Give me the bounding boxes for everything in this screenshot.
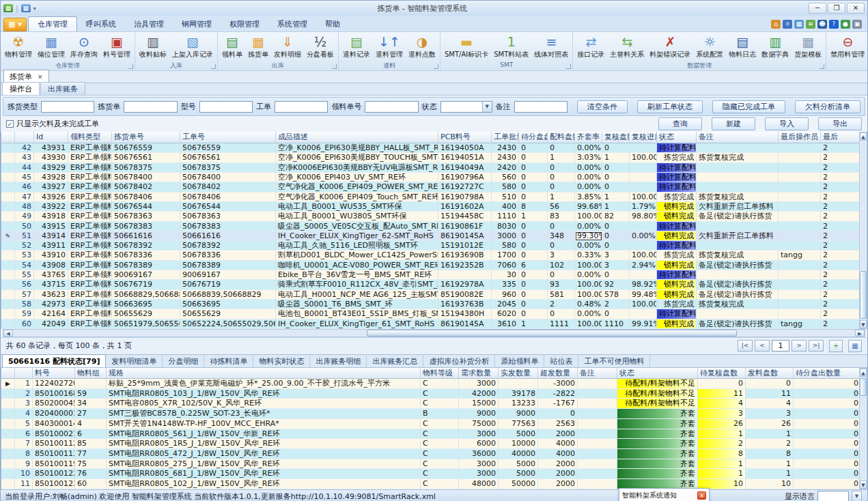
detail-tab-物料实时状态[interactable]: 物料实时状态 [253,355,310,367]
group-dialog-launcher-icon[interactable] [566,64,571,69]
detail-tab-出库账务明细[interactable]: 出库账务明细 [310,355,367,367]
table-row-2[interactable]: 285010016859SMT电阻RR0805_103_J_1/8W_150V_… [1,389,859,399]
receive-label-button[interactable]: ▥收料贴标 [137,33,169,60]
smt-station-button[interactable]: 1SMT料站表 [491,33,531,60]
table-row-45[interactable]: 4543928ERP工单领料5067840050678400空净_K0006_E… [1,173,859,182]
main-vscroll-thumb[interactable] [860,271,867,319]
material-request-button[interactable]: ▤领料单 [219,33,245,60]
column-header-复核进度[interactable]: 复核进度 [630,132,657,143]
table-row-7[interactable]: 785010011285SMT电阻RR0805_1R5_J_1/8W_150V_… [1,439,859,449]
table-row-9[interactable]: 985010011975SMT电阻RR0805_275_J_1/8W_150V_… [1,459,859,470]
detail-vscroll-thumb[interactable] [860,378,867,396]
filter-button-欠料分析清单[interactable]: 欠料分析清单 [795,100,860,113]
return-record-button[interactable]: ▤退料记录 [340,33,373,60]
first-page-button[interactable]: |< [738,340,753,352]
scroll-down-icon[interactable]: ▼ [860,481,867,489]
sub-tab-出库账务[interactable]: 出库账务 [40,82,85,95]
column-header-num[interactable] [15,368,33,379]
table-row-48[interactable]: 4843922ERP工单领料5067654450676544电动工具_B0001… [1,202,859,212]
column-header-领料类型[interactable]: 领料类型 [68,132,112,143]
page-number-input[interactable]: 1 [772,340,789,352]
filter-input-拣货单[interactable] [124,101,177,113]
table-row-11[interactable]: 1185010012360SMT电阻RR0805_102_J_1/8W_150V… [1,479,859,489]
column-header-配料盘数[interactable]: 配料盘数 [548,132,575,143]
column-header-ind[interactable] [1,132,15,143]
shelving-record-button[interactable]: ▧上架入库记录 [169,33,216,60]
menu-tab-治具管理[interactable]: 治具管理 [125,17,173,31]
menu-tab-仓库管理[interactable]: 仓库管理 [28,16,77,31]
filter-input-备注[interactable] [514,101,568,113]
users-icon[interactable]: ☻ [817,20,827,29]
column-header-复核盘数[interactable]: 复核盘数 [602,132,630,143]
main-vertical-scrollbar[interactable]: ▲ ▼ [859,132,867,329]
home-icon[interactable]: ⌂ [771,20,781,29]
column-header-物料等级[interactable]: 物料等级 [421,368,459,379]
rack-error-button[interactable]: ✗料架错误记录 [647,33,693,60]
table-row-4[interactable]: 482040000127SMT三极管BC857B_0.225W_SOT-23_长… [1,409,859,419]
column-header-ind[interactable] [1,368,15,379]
detail-tab-50661616 配料状态[79][interactable]: 50661616 配料状态[79] [2,354,106,367]
menu-tab-钢网管理[interactable]: 钢网管理 [173,17,221,31]
menu-tab-帮助[interactable]: 帮助 [316,17,349,31]
menu-tab-权限管理[interactable]: 权限管理 [221,17,268,31]
list-icon[interactable]: ≡ [806,20,815,29]
action-button-导出[interactable]: 导出 [818,117,862,130]
table-row-56[interactable]: 5643715ERP工单领料5067671950676719骑乘式割草车F001… [1,280,859,289]
table-row-5[interactable]: 58403000144SMT开关管1N4148W-TP-HF_100V_MCC_… [1,419,859,429]
materials-management-button[interactable]: ☢物料管理 [2,33,35,60]
table-row-53[interactable]: 5343910ERP工单领料5067833650678336割草机D001_BL… [1,250,859,260]
grid-icon[interactable]: ▦ [794,20,804,29]
interface-record-button[interactable]: ⇄接口记录 [574,33,607,60]
group-dialog-launcher-icon[interactable] [332,64,337,69]
detail-tab-站位表[interactable]: 站位表 [544,355,578,367]
table-row-1[interactable]: ▶1122402720标贴_25*9mm_浅黄色_伊莱克斯电磁炉_环*_25.0… [1,379,859,389]
system-config-button[interactable]: ☼系统配置 [693,33,726,60]
column-header-工单批量[interactable]: 工单批量 [492,132,519,143]
table-row-58[interactable]: 5842973ERP工单领料5066369550663695吸尘器_S0001_… [1,300,859,309]
column-header-num[interactable] [15,132,34,143]
column-header-规格[interactable]: 规格 [107,368,421,379]
return-management-button[interactable]: ↓↑退料管理 [373,33,406,60]
table-row-54[interactable]: 5443908ERP工单领料5067838950678389咖啡机_U0001_… [1,261,859,270]
last-page-button[interactable]: >| [809,340,824,352]
menu-tab-系统管理[interactable]: 系统管理 [268,17,316,31]
column-header-发料盘数[interactable]: 发料盘数 [746,368,794,379]
column-header-待分盘出数量[interactable]: 待分盘出数量 [794,368,859,379]
language-select[interactable] [817,491,849,501]
close-button[interactable]: ✕ [847,3,865,14]
file-menu-button[interactable]: ▦ ▾ [3,18,27,31]
column-header-齐套率[interactable]: 齐套率 [575,132,602,143]
table-row-42[interactable]: 4243931ERP工单领料5067655950676559空净_K0006_E… [1,143,859,153]
column-header-物料组[interactable]: 物料组 [75,368,107,379]
smt-ai-card-button[interactable]: ▬SMT/AI标识卡 [442,33,491,60]
column-header-最后[interactable]: 最后 [821,132,859,143]
table-row-8[interactable]: 885010011377SMT电阻RR0805_472_J_1/8W_150V_… [1,449,859,459]
minimize-button[interactable]: ─ [809,3,826,14]
shelf-template-button[interactable]: ▦货架模板 [792,33,824,60]
column-header-实发数量[interactable]: 实发数量 [499,368,538,379]
column-header-待分盘盘数[interactable]: 待分盘盘数 [519,132,548,143]
export-icon[interactable]: + [829,340,843,352]
prev-page-button[interactable]: < [755,340,770,352]
detail-tab-工单不可使用物料[interactable]: 工单不可使用物料 [578,355,650,367]
sub-tab-操作台[interactable]: 操作台 [2,82,40,95]
action-button-导入[interactable]: 导入 [765,117,809,130]
action-button-新建[interactable]: 新建 [712,117,755,130]
table-row-55[interactable]: 5543765ERP工单领料9006916790069167Ebike_B平台_… [1,270,859,280]
chevron-down-icon[interactable]: ▼ [482,102,492,112]
filter-button-清空条件[interactable]: 清空条件 [577,100,628,113]
column-header-拣货单号[interactable]: 拣货单号 [112,132,180,143]
column-header-超发数量[interactable]: 超发数量 [538,368,578,379]
main-hscroll-thumb[interactable] [367,330,738,337]
line-compare-button[interactable]: ≡线体对照表 [531,33,571,60]
save-icon[interactable]: ▦ [848,340,862,352]
table-row-44[interactable]: 4443929ERP工单领料5067837550678375空净K0006EPI… [1,163,859,173]
issue-detail-button[interactable]: ⇓发料明细 [271,33,304,60]
help-icon[interactable]: ? [829,20,839,29]
table-row-59[interactable]: 5942164ERP工单领料5065562950655629电池包_B0001_… [1,309,859,319]
tab-close-icon[interactable]: ✕ [38,74,43,81]
action-button-查询[interactable]: 查询 [658,117,702,130]
quick-access-icon[interactable]: ▦ [21,4,31,12]
tab-picking-list[interactable]: 拣货单 ✕ [3,70,49,83]
only-shortage-checkbox[interactable]: ✓ [6,120,14,128]
